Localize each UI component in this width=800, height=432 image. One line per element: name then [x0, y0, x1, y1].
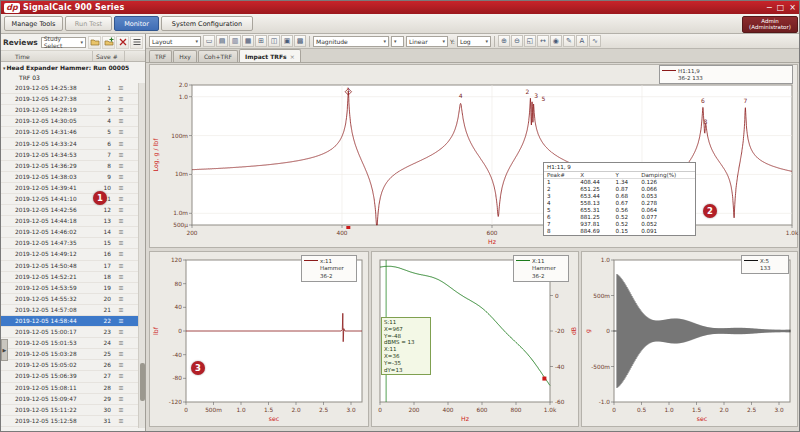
tab-hxy[interactable]: Hxy	[173, 50, 197, 62]
review-row[interactable]: 2019-12-05 14:31:465≡	[1, 127, 139, 138]
row-menu-icon[interactable]: ≡	[111, 284, 131, 292]
layout-2x2-icon[interactable]: ⊞	[255, 35, 267, 47]
review-row[interactable]: 2019-12-05 14:28:193≡	[1, 105, 139, 116]
review-row[interactable]: 2019-12-05 14:33:246≡	[1, 138, 139, 149]
menu-icon[interactable]	[130, 36, 143, 49]
row-menu-icon[interactable]: ≡	[111, 350, 131, 358]
row-menu-icon[interactable]: ≡	[111, 250, 131, 258]
maximize-button[interactable]: □	[777, 4, 785, 12]
row-menu-icon[interactable]: ≡	[111, 239, 131, 247]
magnitude-dropdown[interactable]: Magnitude▾	[313, 36, 389, 47]
layout-rows-icon[interactable]: ▤	[216, 35, 228, 47]
close-button[interactable]: ×	[789, 4, 796, 12]
row-menu-icon[interactable]: ≡	[111, 228, 131, 236]
delete-icon[interactable]	[116, 36, 129, 49]
tree-node-run[interactable]: ▾Head Expander Hammer: Run 00005	[3, 64, 129, 71]
review-row[interactable]: 2019-12-05 14:50:4817≡	[1, 261, 139, 272]
x-scale-dropdown[interactable]: Linear▾	[406, 36, 448, 47]
row-menu-icon[interactable]: ≡	[111, 106, 131, 114]
review-row[interactable]: 2019-12-05 14:44:1813≡	[1, 216, 139, 227]
row-menu-icon[interactable]: ≡	[111, 117, 131, 125]
review-row[interactable]: 2019-12-05 14:57:0821≡	[1, 305, 139, 316]
reviews-scrollbar[interactable]	[138, 83, 145, 428]
review-row[interactable]: 2019-12-05 14:58:4422≡	[1, 316, 139, 327]
minimize-button[interactable]: ─	[767, 4, 772, 12]
column-save[interactable]: Save #	[93, 51, 125, 61]
row-menu-icon[interactable]: ≡	[111, 195, 131, 203]
y-scale-dropdown[interactable]: Log▾	[457, 36, 491, 47]
row-menu-icon[interactable]: ≡	[111, 173, 131, 181]
review-row[interactable]: 2019-12-05 14:53:5919≡	[1, 283, 139, 294]
review-row[interactable]: 2019-12-05 14:55:3220≡	[1, 294, 139, 305]
row-menu-icon[interactable]: ≡	[111, 406, 131, 414]
tab-trf[interactable]: TRF	[149, 50, 172, 62]
row-menu-icon[interactable]: ≡	[111, 273, 131, 281]
review-row[interactable]: 2019-12-05 15:03:2825≡	[1, 349, 139, 360]
scrollbar-thumb[interactable]	[140, 363, 145, 401]
admin-button[interactable]: Admin (Administrator)	[742, 16, 798, 33]
review-row[interactable]: 2019-12-05 15:05:0226≡	[1, 360, 139, 371]
row-menu-icon[interactable]: ≡	[111, 128, 131, 136]
row-menu-icon[interactable]: ≡	[111, 162, 131, 170]
row-menu-icon[interactable]: ≡	[111, 417, 131, 425]
tab-close-icon[interactable]: ×	[290, 53, 295, 60]
layout-overlay-icon[interactable]: ▩	[294, 35, 306, 47]
layout-grid-icon[interactable]: ▦	[242, 35, 254, 47]
row-menu-icon[interactable]: ≡	[111, 140, 131, 148]
review-row[interactable]: 2019-12-05 14:36:298≡	[1, 161, 139, 172]
review-row[interactable]: 2019-12-05 14:49:1216≡	[1, 249, 139, 260]
panel-collapse-arrow[interactable]: ▶	[1, 339, 8, 361]
review-row[interactable]: 2019-12-05 15:11:2230≡	[1, 405, 139, 416]
review-row[interactable]: 2019-12-05 14:30:054≡	[1, 116, 139, 127]
row-menu-icon[interactable]: ≡	[111, 184, 131, 192]
review-row[interactable]: 2019-12-05 14:41:1011≡	[1, 194, 139, 205]
tree-node-trf[interactable]: TRF 03	[19, 74, 40, 81]
row-menu-icon[interactable]: ≡	[111, 317, 131, 325]
layout-columns-icon[interactable]: ▥	[229, 35, 241, 47]
review-row[interactable]: 2019-12-05 15:06:3927≡	[1, 371, 139, 382]
monitor-button[interactable]: Monitor	[114, 16, 159, 31]
row-menu-icon[interactable]: ≡	[111, 306, 131, 314]
open-folder-icon[interactable]	[88, 36, 101, 49]
row-menu-icon[interactable]: ≡	[111, 206, 131, 214]
system-configuration-button[interactable]: System Configuration	[161, 16, 253, 31]
row-menu-icon[interactable]: ≡	[111, 262, 131, 270]
zoom-in-icon[interactable]: ⊕	[498, 35, 510, 47]
review-row[interactable]: 2019-12-05 14:42:5612≡	[1, 205, 139, 216]
review-row[interactable]: 2019-12-05 14:47:3515≡	[1, 238, 139, 249]
row-menu-icon[interactable]: ≡	[111, 339, 131, 347]
review-row[interactable]: 2019-12-05 14:34:537≡	[1, 150, 139, 161]
review-row[interactable]: 2019-12-05 15:00:1723≡	[1, 327, 139, 338]
layout-dropdown[interactable]: Layout▾	[149, 36, 201, 47]
text-label-icon[interactable]: A	[576, 35, 588, 47]
review-row[interactable]: 2019-12-05 14:27:382≡	[1, 94, 139, 105]
tab-coh-trf[interactable]: Coh+TRF	[198, 50, 238, 62]
column-time[interactable]: Time	[1, 51, 93, 61]
row-menu-icon[interactable]: ≡	[111, 384, 131, 392]
row-menu-icon[interactable]: ≡	[111, 295, 131, 303]
zoom-fit-icon[interactable]: ◱	[524, 35, 536, 47]
review-row[interactable]: 2019-12-05 15:09:4729≡	[1, 394, 139, 405]
tree-expand-icon[interactable]: ▾	[3, 65, 6, 71]
run-test-button[interactable]: Run Test	[65, 16, 112, 31]
layout-single-icon[interactable]: ▭	[203, 35, 215, 47]
row-menu-icon[interactable]: ≡	[111, 151, 131, 159]
row-menu-icon[interactable]: ≡	[111, 361, 131, 369]
mini-dropdown[interactable]: ▾	[391, 36, 404, 47]
row-menu-icon[interactable]: ≡	[111, 372, 131, 380]
review-row[interactable]: 2019-12-05 14:46:0214≡	[1, 227, 139, 238]
review-row[interactable]: 2019-12-05 15:01:5324≡	[1, 338, 139, 349]
review-row[interactable]: 2019-12-05 14:38:039≡	[1, 172, 139, 183]
tab-impact-trfs[interactable]: Impact TRFs×	[239, 49, 301, 62]
response-time-chart[interactable]: 00.51.01.52.02.53.01.0500m0-500m-1.0secg	[582, 252, 799, 428]
review-row[interactable]: 2019-12-05 14:25:381≡	[1, 83, 139, 94]
frf-chart[interactable]: 2004006008001.0k2.01.0100m10m1.0m500µHzL…	[150, 65, 799, 249]
review-row[interactable]: 2019-12-05 15:08:1128≡	[1, 383, 139, 394]
row-menu-icon[interactable]: ≡	[111, 217, 131, 225]
row-menu-icon[interactable]: ≡	[111, 95, 131, 103]
waveform-cursor-icon[interactable]: ∿	[589, 35, 601, 47]
add-folder-icon[interactable]	[102, 36, 115, 49]
review-row[interactable]: 2019-12-05 15:12:5831≡	[1, 416, 139, 427]
row-menu-icon[interactable]: ≡	[111, 328, 131, 336]
row-menu-icon[interactable]: ≡	[111, 395, 131, 403]
